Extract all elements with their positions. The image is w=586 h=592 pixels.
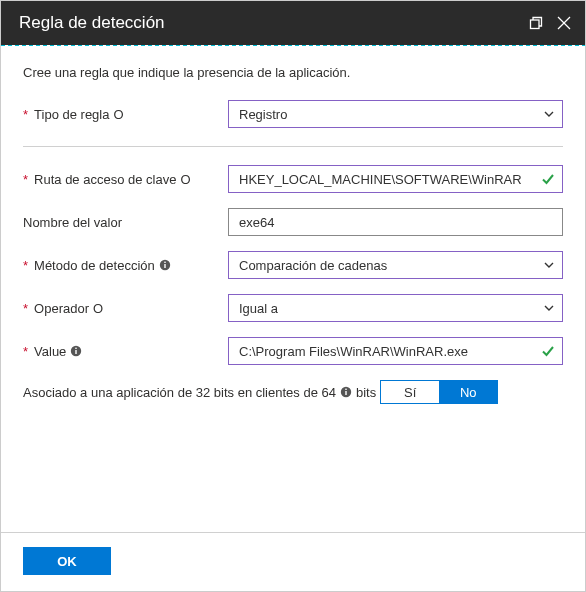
restore-icon[interactable] (529, 16, 543, 30)
arch-toggle-label: Asociado a una aplicación de 32 bits en … (23, 385, 376, 400)
row-rule-type: * Tipo de regla O (23, 100, 563, 128)
intro-text: Cree una regla que indique la presencia … (23, 65, 563, 80)
required-mark: * (23, 301, 28, 316)
toggle-label-after: bits (356, 385, 376, 400)
operator-select[interactable] (228, 294, 563, 322)
required-mark: * (23, 258, 28, 273)
label-text: Ruta de acceso de clave (34, 172, 176, 187)
ok-button[interactable]: OK (23, 547, 111, 575)
info-solid-icon (70, 345, 82, 357)
svg-rect-10 (345, 391, 346, 395)
panel-header: Regla de detección (1, 1, 585, 45)
row-value: * Value (23, 337, 563, 365)
value-name-input[interactable] (228, 208, 563, 236)
required-mark: * (23, 172, 28, 187)
label-text: Tipo de regla (34, 107, 109, 122)
info-solid-icon (159, 259, 171, 271)
row-key-path: * Ruta de acceso de clave O (23, 165, 563, 193)
arch-toggle-no[interactable]: No (439, 381, 497, 403)
svg-rect-4 (164, 264, 165, 268)
detection-rule-panel: Regla de detección Cree una regla que in… (0, 0, 586, 592)
svg-rect-11 (345, 389, 346, 390)
label-text: Operador (34, 301, 89, 316)
label-value-name: Nombre del valor (23, 215, 228, 230)
info-solid-icon (340, 386, 352, 398)
info-circle-icon: O (180, 172, 190, 187)
arch-toggle-yes[interactable]: Sí (381, 381, 439, 403)
toggle-label-before: Asociado a una aplicación de 32 bits en … (23, 385, 336, 400)
row-operator: * Operador O (23, 294, 563, 322)
close-icon[interactable] (557, 16, 571, 30)
svg-rect-7 (76, 350, 77, 354)
label-text: Método de detección (34, 258, 155, 273)
label-value: * Value (23, 344, 228, 359)
row-value-name: Nombre del valor (23, 208, 563, 236)
detection-method-select[interactable] (228, 251, 563, 279)
row-detection-method: * Método de detección (23, 251, 563, 279)
required-mark: * (23, 344, 28, 359)
info-circle-icon: O (93, 301, 103, 316)
info-circle-icon: O (113, 107, 123, 122)
required-mark: * (23, 107, 28, 122)
svg-rect-8 (76, 348, 77, 349)
svg-rect-0 (531, 20, 540, 29)
label-key-path: * Ruta de acceso de clave O (23, 172, 228, 187)
row-arch-toggle: Asociado a una aplicación de 32 bits en … (23, 380, 563, 404)
key-path-input[interactable] (228, 165, 563, 193)
value-input[interactable] (228, 337, 563, 365)
panel-footer: OK (1, 532, 585, 591)
window-controls (529, 16, 571, 30)
label-text: Nombre del valor (23, 215, 122, 230)
label-detection-method: * Método de detección (23, 258, 228, 273)
rule-type-select[interactable] (228, 100, 563, 128)
svg-rect-5 (164, 262, 165, 263)
label-operator: * Operador O (23, 301, 228, 316)
panel-body: Cree una regla que indique la presencia … (1, 45, 585, 532)
separator (23, 146, 563, 147)
label-rule-type: * Tipo de regla O (23, 107, 228, 122)
panel-title: Regla de detección (19, 13, 165, 33)
label-text: Value (34, 344, 66, 359)
arch-toggle: Sí No (380, 380, 498, 404)
